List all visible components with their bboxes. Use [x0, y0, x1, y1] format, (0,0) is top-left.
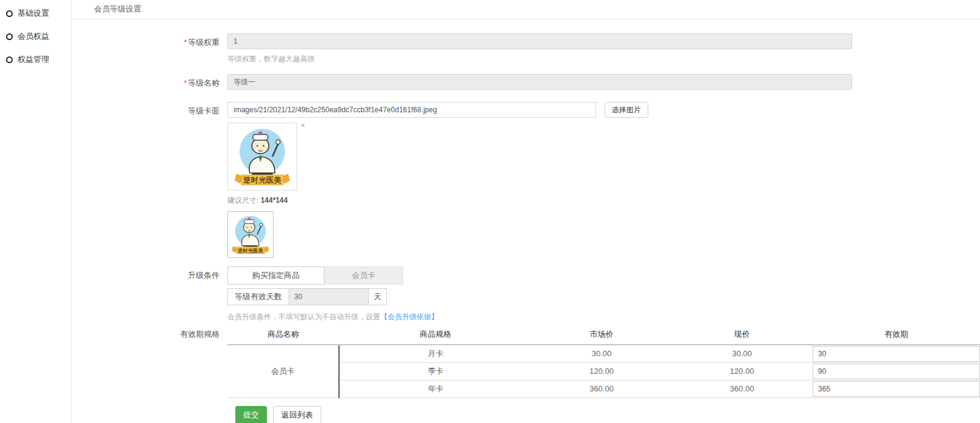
spec-cell: 季卡	[339, 362, 532, 380]
current-price-cell: 120.00	[671, 362, 813, 380]
doctor-cartoon-thumbnail: 逆时光医美	[229, 213, 272, 256]
tab-member-card[interactable]: 会员卡	[324, 266, 403, 285]
tab-buy-specified-goods[interactable]: 购买指定商品	[227, 266, 324, 285]
card-label: 等级卡面	[72, 102, 227, 258]
sidebar-item-label: 基础设置	[18, 8, 49, 19]
validity-spec-table: 商品名称 商品规格 市场价 现价 有效期 会员卡 月卡 30.00 30.00	[227, 327, 980, 398]
required-asterisk: *	[184, 78, 187, 87]
table-row: 会员卡 月卡 30.00 30.00	[227, 345, 980, 362]
page-title: 会员等级设置	[72, 0, 980, 19]
weight-label: *等级权重	[72, 33, 227, 64]
radio-circle-icon	[6, 10, 13, 17]
size-hint: 建议尺寸: 144*144	[227, 195, 980, 206]
sidebar: 基础设置 会员权益 权益管理	[0, 0, 72, 423]
sidebar-item-label: 权益管理	[18, 54, 49, 65]
choose-image-button[interactable]: 选择图片	[605, 102, 648, 118]
form-row-card: 等级卡面 选择图片 逆时光医美 × 建议尺寸: 144*144	[72, 102, 980, 258]
weight-hint: 等级权重，数字越大越高级	[227, 54, 980, 64]
table-row: 年卡 360.00 360.00	[227, 380, 980, 398]
card-path-input[interactable]	[227, 102, 596, 118]
table-header-row: 商品名称 商品规格 市场价 现价 有效期	[227, 327, 980, 345]
doctor-cartoon-image: 逆时光医美	[230, 125, 295, 188]
upgrade-label: 升级条件	[72, 266, 227, 322]
upgrade-hint: 会员升级条件，不填写默认为不自动升级，设置【会员升级依据】	[227, 312, 980, 322]
spec-cell: 年卡	[339, 380, 532, 398]
valid-days-label: 等级有效天数	[227, 288, 289, 305]
table-row: 季卡 120.00 120.00	[227, 362, 980, 380]
market-price-cell: 120.00	[532, 362, 671, 380]
valid-days-group: 等级有效天数 天	[227, 288, 980, 305]
form-actions: 提交 返回列表	[235, 406, 980, 423]
name-label: *等级名称	[72, 74, 227, 90]
form-row-upgrade: 升级条件 购买指定商品 会员卡 等级有效天数 天 会员升级条件，不填写默认为不自…	[72, 266, 980, 322]
spec-table-label: 有效期规格	[72, 327, 227, 398]
banner-text: 逆时光医美	[243, 175, 281, 184]
form-row-name: *等级名称	[72, 74, 980, 90]
spec-cell: 月卡	[339, 345, 532, 362]
product-name-cell: 会员卡	[227, 345, 339, 398]
col-validity: 有效期	[813, 327, 980, 345]
sidebar-item-benefit-management[interactable]: 权益管理	[0, 48, 71, 71]
required-asterisk: *	[184, 38, 187, 47]
validity-input-year[interactable]	[813, 381, 980, 397]
col-product-spec: 商品规格	[339, 327, 532, 345]
validity-input-quarter[interactable]	[813, 364, 980, 379]
valid-days-input[interactable]	[289, 288, 368, 305]
member-level-form: *等级权重 等级权重，数字越大越高级 *等级名称 等级卡面 选择图片	[72, 19, 980, 423]
main-content: 会员等级设置 *等级权重 等级权重，数字越大越高级 *等级名称 等级卡面 选择图…	[72, 0, 980, 423]
radio-circle-icon	[6, 56, 13, 63]
current-price-cell: 30.00	[671, 345, 813, 362]
card-thumbnail-image[interactable]: 逆时光医美	[227, 211, 274, 258]
card-preview-image: 逆时光医美	[227, 123, 297, 191]
card-preview-wrap: 逆时光医美 ×	[227, 123, 312, 191]
market-price-cell: 30.00	[532, 345, 671, 362]
form-row-weight: *等级权重 等级权重，数字越大越高级	[72, 33, 980, 64]
sidebar-item-member-benefits[interactable]: 会员权益	[0, 25, 71, 48]
sidebar-item-label: 会员权益	[18, 31, 49, 42]
market-price-cell: 360.00	[532, 380, 671, 398]
col-market-price: 市场价	[532, 327, 671, 345]
sidebar-item-basic-settings[interactable]: 基础设置	[0, 2, 71, 25]
validity-input-month[interactable]	[813, 346, 980, 362]
col-current-price: 现价	[671, 327, 813, 345]
radio-circle-icon	[6, 33, 13, 40]
remove-image-icon[interactable]: ×	[301, 121, 305, 130]
upgrade-tabs: 购买指定商品 会员卡	[227, 266, 980, 285]
valid-days-unit: 天	[368, 288, 387, 305]
submit-button[interactable]: 提交	[235, 406, 267, 423]
form-row-spec-table: 有效期规格 商品名称 商品规格 市场价 现价 有效期	[72, 327, 980, 398]
weight-input[interactable]	[227, 33, 852, 49]
current-price-cell: 360.00	[671, 380, 813, 398]
col-product-name: 商品名称	[227, 327, 339, 345]
back-to-list-button[interactable]: 返回列表	[273, 406, 321, 423]
name-input[interactable]	[227, 74, 852, 90]
upgrade-basis-link[interactable]: 【会员升级依据】	[380, 313, 438, 321]
banner-text: 逆时光医美	[237, 248, 264, 254]
